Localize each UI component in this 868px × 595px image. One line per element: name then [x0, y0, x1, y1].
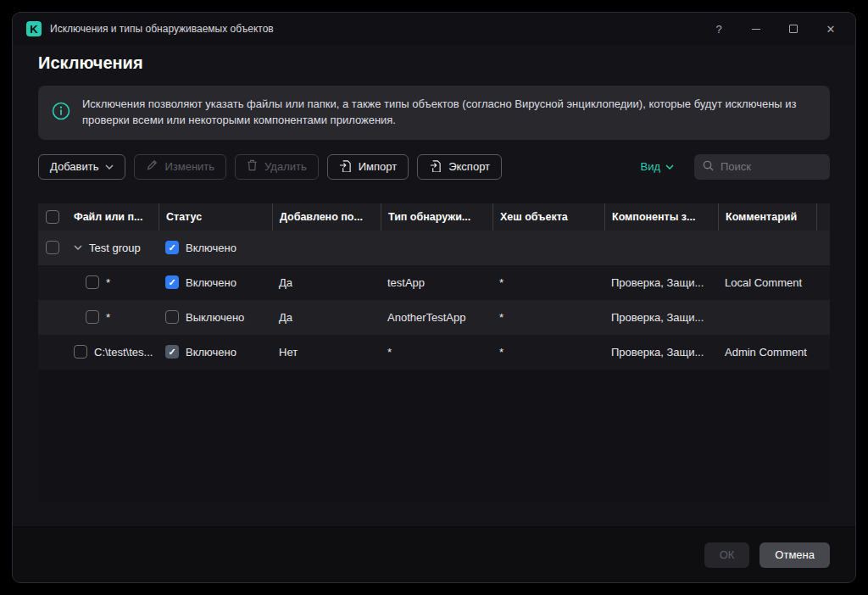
column-header-added-by[interactable]: Добавлено по...: [272, 203, 381, 231]
row-checkbox[interactable]: [86, 275, 99, 289]
added-by-cell: Да: [272, 311, 381, 324]
status-label: Включено: [186, 346, 236, 359]
column-header-components[interactable]: Компоненты з...: [604, 203, 718, 231]
edit-button-label: Изменить: [164, 160, 214, 173]
minimize-icon: [752, 29, 760, 30]
hash-cell: *: [492, 311, 604, 324]
table-row[interactable]: * Выключено Да AnotherTestApp * Проверка…: [38, 300, 830, 335]
type-cell: AnotherTestApp: [381, 311, 492, 324]
add-button-label: Добавить: [50, 160, 98, 173]
column-header-file[interactable]: Файл или п...: [67, 203, 159, 231]
table-empty-area: [38, 370, 830, 503]
type-cell: *: [381, 346, 492, 359]
table-row[interactable]: C:\test\tes... Включено Нет * * Проверка…: [38, 335, 830, 370]
info-banner-text: Исключения позволяют указать файлы или п…: [82, 97, 811, 129]
chevron-down-icon[interactable]: [74, 245, 82, 250]
trash-icon: [247, 159, 258, 174]
status-label: Включено: [186, 276, 236, 289]
delete-button-label: Удалить: [264, 160, 307, 173]
app-window: K Исключения и типы обнаруживаемых объек…: [12, 12, 856, 583]
edit-button[interactable]: Изменить: [134, 154, 226, 180]
page-title: Исключения: [38, 53, 830, 77]
status-label: Выключено: [186, 311, 244, 324]
table-row-group[interactable]: Test group Включено: [38, 231, 830, 265]
select-all-checkbox[interactable]: [46, 210, 59, 224]
chevron-down-icon: [105, 164, 114, 170]
row-checkbox[interactable]: [74, 345, 87, 359]
components-cell: Проверка, Защи...: [604, 311, 718, 324]
search-input[interactable]: [721, 160, 821, 173]
pencil-icon: [146, 159, 158, 174]
cancel-button[interactable]: Отмена: [760, 542, 830, 568]
status-checkbox[interactable]: [165, 310, 179, 324]
view-dropdown-label: Вид: [640, 160, 660, 173]
title-bar: K Исключения и типы обнаруживаемых объек…: [13, 13, 855, 45]
column-header-filler: [816, 203, 830, 231]
status-label: Включено: [186, 242, 236, 254]
status-checkbox[interactable]: [165, 345, 179, 359]
import-button-label: Импорт: [359, 160, 397, 173]
file-cell: *: [106, 276, 110, 289]
maximize-icon: [789, 25, 798, 33]
table-header-row: Файл или п... Статус Добавлено по... Тип…: [38, 203, 830, 231]
hash-cell: *: [492, 276, 604, 289]
table-row[interactable]: * Включено Да testApp * Проверка, Защи..…: [38, 265, 830, 300]
minimize-button[interactable]: [742, 17, 771, 41]
components-cell: Проверка, Защи...: [604, 346, 718, 359]
toolbar: Добавить Изменить Удалить Импорт Экспорт…: [38, 154, 830, 180]
row-checkbox[interactable]: [86, 310, 99, 324]
hash-cell: *: [492, 346, 604, 359]
close-button[interactable]: ✕: [816, 17, 845, 41]
export-button[interactable]: Экспорт: [417, 154, 502, 180]
file-cell: C:\test\tes...: [94, 346, 153, 359]
window-title: Исключения и типы обнаруживаемых объекто…: [50, 23, 274, 35]
status-checkbox[interactable]: [165, 275, 179, 289]
import-button[interactable]: Импорт: [327, 154, 409, 180]
view-dropdown[interactable]: Вид: [640, 160, 674, 173]
added-by-cell: Нет: [272, 346, 381, 359]
info-banner: Исключения позволяют указать файлы или п…: [38, 86, 830, 140]
maximize-button[interactable]: [779, 17, 808, 41]
row-checkbox[interactable]: [46, 241, 59, 254]
export-button-label: Экспорт: [448, 160, 490, 173]
export-icon: [429, 159, 442, 175]
add-button[interactable]: Добавить: [38, 154, 125, 180]
exclusions-table: Файл или п... Статус Добавлено по... Тип…: [38, 203, 830, 503]
ok-button[interactable]: ОК: [704, 542, 750, 568]
column-header-type[interactable]: Тип обнаружи...: [381, 203, 492, 231]
comment-cell: Local Comment: [718, 276, 816, 289]
column-header-status[interactable]: Статус: [159, 203, 272, 231]
close-icon: ✕: [826, 23, 836, 36]
page-content: Исключения Исключения позволяют указать …: [13, 45, 855, 526]
file-cell: *: [106, 311, 110, 324]
search-icon: [703, 159, 714, 175]
info-icon: [52, 102, 70, 124]
components-cell: Проверка, Защи...: [604, 276, 718, 289]
group-name: Test group: [89, 242, 141, 254]
help-button[interactable]: ?: [704, 17, 733, 41]
column-header-comment[interactable]: Комментарий: [718, 203, 816, 231]
search-box: [694, 154, 830, 180]
status-checkbox[interactable]: [165, 241, 179, 254]
kaspersky-logo-icon: K: [26, 21, 42, 36]
delete-button[interactable]: Удалить: [235, 154, 319, 180]
help-icon: ?: [715, 23, 721, 36]
column-header-hash[interactable]: Хеш объекта: [492, 203, 604, 231]
comment-cell: Admin Comment: [718, 346, 816, 359]
footer-bar: ОК Отмена: [13, 526, 855, 582]
type-cell: testApp: [381, 276, 492, 289]
added-by-cell: Да: [272, 276, 381, 289]
chevron-down-icon: [665, 164, 674, 170]
import-icon: [339, 159, 352, 175]
